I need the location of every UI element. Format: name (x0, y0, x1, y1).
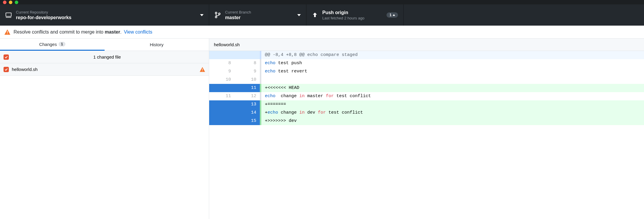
svg-rect-6 (7, 33, 8, 34)
svg-rect-0 (6, 13, 11, 16)
file-checkbox[interactable] (4, 67, 9, 72)
changes-count-badge: 1 (59, 42, 65, 47)
desktop-icon (5, 12, 12, 18)
sidebar: Changes 1 History 1 changed file hellowo… (0, 39, 209, 219)
repository-selector[interactable]: Current Repository repo-for-developerwor… (0, 4, 209, 26)
svg-rect-7 (202, 68, 203, 70)
svg-rect-8 (202, 71, 203, 71)
diff-line[interactable]: 14+echo change in dev for test conflict (209, 109, 644, 117)
push-arrow-icon (312, 12, 318, 18)
diff-line[interactable]: 13+======= (209, 100, 644, 109)
window-zoom-icon[interactable] (15, 1, 18, 4)
chevron-down-icon (297, 14, 301, 16)
conflict-warning-icon (199, 67, 205, 72)
toolbar: Current Repository repo-for-developerwor… (0, 4, 644, 26)
svg-rect-5 (7, 31, 8, 33)
diff-line[interactable]: 15+>>>>>>> dev (209, 117, 644, 125)
repo-name: repo-for-developerworks (16, 15, 200, 20)
push-label: Push origin (322, 10, 387, 15)
tab-history[interactable]: History (105, 39, 209, 51)
tab-changes[interactable]: Changes 1 (0, 39, 105, 51)
diff-line[interactable]: 11+<<<<<<< HEAD (209, 84, 644, 92)
file-list-item[interactable]: helloworld.sh (0, 63, 209, 76)
branch-name: master (225, 15, 297, 20)
push-count-badge: 1 (387, 12, 398, 18)
view-conflicts-link[interactable]: View conflicts (124, 29, 152, 35)
diff-body[interactable]: @@ -8,4 +8,8 @@ echo compare staged88ech… (209, 51, 644, 125)
branch-selector[interactable]: Current Branch master (209, 4, 306, 26)
select-all-checkbox[interactable] (4, 54, 9, 60)
diff-line[interactable]: 1010 (209, 76, 644, 84)
diff-line[interactable]: 1112echo change in master for test confl… (209, 92, 644, 100)
svg-point-3 (215, 16, 217, 18)
banner-text: Resolve conflicts and commit to merge in… (14, 29, 121, 35)
window-close-icon[interactable] (3, 1, 6, 4)
window-minimize-icon[interactable] (9, 1, 12, 4)
changed-file-count: 1 changed file (9, 54, 205, 59)
arrow-up-icon (393, 14, 395, 16)
diff-line[interactable]: 99echo test revert (209, 67, 644, 76)
push-sub: Last fetched 2 hours ago (322, 16, 387, 20)
svg-point-2 (215, 12, 217, 14)
repo-label: Current Repository (16, 10, 200, 14)
conflict-banner: Resolve conflicts and commit to merge in… (0, 26, 644, 39)
diff-line[interactable]: 88echo test push (209, 59, 644, 67)
file-name: helloworld.sh (12, 67, 199, 72)
chevron-down-icon (200, 14, 204, 16)
svg-point-4 (219, 13, 220, 15)
warning-icon (4, 29, 11, 35)
tabs: Changes 1 History (0, 39, 209, 51)
branch-label: Current Branch (225, 10, 297, 14)
changes-header: 1 changed file (0, 51, 209, 63)
diff-hunk-header: @@ -8,4 +8,8 @@ echo compare staged (209, 51, 644, 59)
diff-view: helloworld.sh @@ -8,4 +8,8 @@ echo compa… (209, 39, 644, 219)
diff-filename: helloworld.sh (209, 39, 644, 51)
push-button[interactable]: Push origin Last fetched 2 hours ago 1 (306, 4, 404, 26)
git-branch-icon (214, 12, 221, 18)
titlebar (0, 0, 644, 4)
